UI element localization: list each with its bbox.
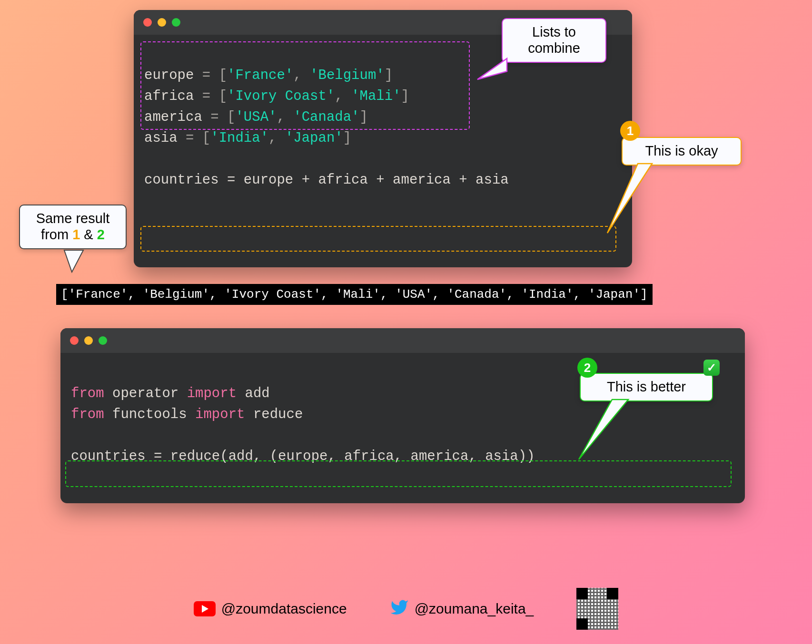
svg-marker-2 (64, 250, 83, 272)
highlight-better (65, 460, 732, 487)
code-window-2: from operator import add from functools … (60, 328, 745, 503)
code-line: from operator import add (71, 386, 270, 401)
code-line: america = ['USA', 'Canada'] (144, 109, 368, 125)
callout-same-tail (59, 247, 93, 276)
code-line: africa = ['Ivory Coast', 'Mali'] (144, 88, 409, 104)
youtube-handle: @zoumdatascience (194, 601, 347, 617)
twitter-handle: @zoumana_keita_ (390, 598, 534, 620)
callout-better: This is better (580, 373, 713, 401)
minimize-icon (84, 336, 93, 345)
twitter-text: @zoumana_keita_ (415, 601, 534, 617)
youtube-icon (194, 601, 216, 616)
minimize-icon (158, 18, 166, 27)
twitter-icon (390, 598, 409, 620)
code-line: countries = reduce(add, (europe, africa,… (71, 449, 535, 464)
code-line: asia = ['India', 'Japan'] (144, 130, 351, 146)
callout-okay: This is okay (622, 137, 742, 166)
maximize-icon (172, 18, 180, 27)
social-row: @zoumdatascience @zoumana_keita_ (0, 588, 812, 630)
youtube-text: @zoumdatascience (221, 601, 347, 617)
output-bar: ['France', 'Belgium', 'Ivory Coast', 'Ma… (56, 284, 653, 305)
highlight-okay (140, 226, 616, 252)
badge-two: 2 (577, 358, 597, 378)
code-body: europe = ['France', 'Belgium'] africa = … (134, 35, 632, 266)
close-icon (70, 336, 79, 345)
close-icon (143, 18, 152, 27)
code-line: countries = europe + africa + america + … (144, 172, 509, 188)
callout-same: Same result from 1 & 2 (19, 205, 127, 249)
check-icon: ✓ (703, 360, 720, 376)
code-line: europe = ['France', 'Belgium'] (144, 68, 393, 83)
badge-one: 1 (620, 121, 640, 141)
window-titlebar (60, 328, 745, 353)
callout-lists: Lists to combine (502, 18, 606, 63)
qr-code (576, 588, 618, 630)
maximize-icon (99, 336, 107, 345)
code-line: from functools import reduce (71, 407, 303, 422)
